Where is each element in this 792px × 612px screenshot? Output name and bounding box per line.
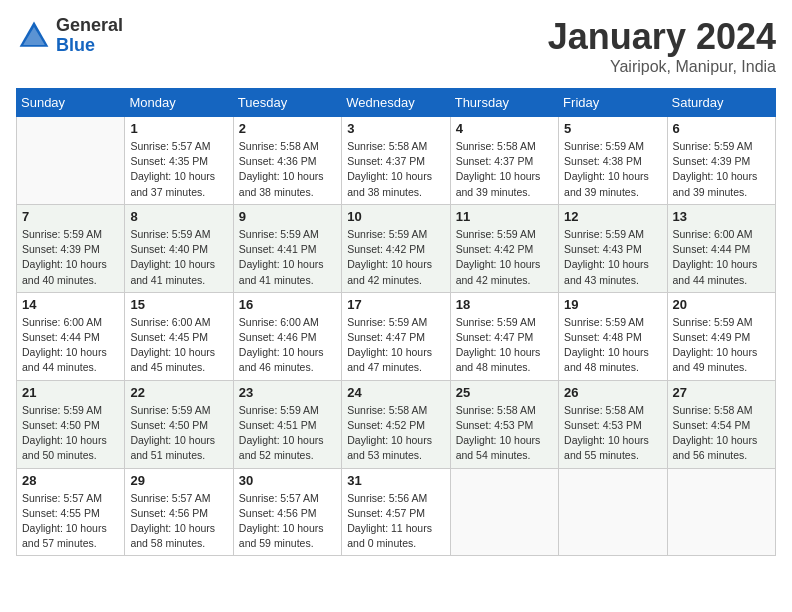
day-number: 1 [130,121,227,136]
calendar-week-row: 1Sunrise: 5:57 AM Sunset: 4:35 PM Daylig… [17,117,776,205]
day-info: Sunrise: 5:59 AM Sunset: 4:49 PM Dayligh… [673,315,770,376]
weekday-header-tuesday: Tuesday [233,89,341,117]
logo-text: General Blue [56,16,123,56]
calendar-cell: 5Sunrise: 5:59 AM Sunset: 4:38 PM Daylig… [559,117,667,205]
day-info: Sunrise: 5:58 AM Sunset: 4:37 PM Dayligh… [456,139,553,200]
day-number: 8 [130,209,227,224]
day-number: 15 [130,297,227,312]
day-number: 2 [239,121,336,136]
calendar-cell: 8Sunrise: 5:59 AM Sunset: 4:40 PM Daylig… [125,204,233,292]
calendar-week-row: 28Sunrise: 5:57 AM Sunset: 4:55 PM Dayli… [17,468,776,556]
day-number: 20 [673,297,770,312]
day-info: Sunrise: 5:59 AM Sunset: 4:39 PM Dayligh… [22,227,119,288]
day-number: 26 [564,385,661,400]
calendar-cell: 28Sunrise: 5:57 AM Sunset: 4:55 PM Dayli… [17,468,125,556]
day-info: Sunrise: 6:00 AM Sunset: 4:44 PM Dayligh… [673,227,770,288]
day-number: 7 [22,209,119,224]
day-info: Sunrise: 5:59 AM Sunset: 4:50 PM Dayligh… [22,403,119,464]
calendar-cell: 11Sunrise: 5:59 AM Sunset: 4:42 PM Dayli… [450,204,558,292]
day-number: 10 [347,209,444,224]
calendar-cell [667,468,775,556]
calendar-cell: 31Sunrise: 5:56 AM Sunset: 4:57 PM Dayli… [342,468,450,556]
calendar-cell: 10Sunrise: 5:59 AM Sunset: 4:42 PM Dayli… [342,204,450,292]
day-info: Sunrise: 5:57 AM Sunset: 4:35 PM Dayligh… [130,139,227,200]
day-number: 5 [564,121,661,136]
day-info: Sunrise: 5:57 AM Sunset: 4:56 PM Dayligh… [239,491,336,552]
day-number: 27 [673,385,770,400]
calendar-cell: 4Sunrise: 5:58 AM Sunset: 4:37 PM Daylig… [450,117,558,205]
calendar-cell: 24Sunrise: 5:58 AM Sunset: 4:52 PM Dayli… [342,380,450,468]
day-number: 16 [239,297,336,312]
day-number: 21 [22,385,119,400]
day-info: Sunrise: 5:57 AM Sunset: 4:55 PM Dayligh… [22,491,119,552]
weekday-header-saturday: Saturday [667,89,775,117]
day-number: 19 [564,297,661,312]
month-title: January 2024 [548,16,776,58]
weekday-header-wednesday: Wednesday [342,89,450,117]
calendar-cell: 26Sunrise: 5:58 AM Sunset: 4:53 PM Dayli… [559,380,667,468]
calendar-cell: 1Sunrise: 5:57 AM Sunset: 4:35 PM Daylig… [125,117,233,205]
day-number: 14 [22,297,119,312]
logo-blue-text: Blue [56,36,123,56]
day-info: Sunrise: 5:58 AM Sunset: 4:54 PM Dayligh… [673,403,770,464]
day-number: 30 [239,473,336,488]
day-info: Sunrise: 5:59 AM Sunset: 4:40 PM Dayligh… [130,227,227,288]
day-info: Sunrise: 5:58 AM Sunset: 4:36 PM Dayligh… [239,139,336,200]
calendar-cell: 27Sunrise: 5:58 AM Sunset: 4:54 PM Dayli… [667,380,775,468]
day-info: Sunrise: 5:59 AM Sunset: 4:47 PM Dayligh… [456,315,553,376]
calendar-cell: 16Sunrise: 6:00 AM Sunset: 4:46 PM Dayli… [233,292,341,380]
weekday-header-sunday: Sunday [17,89,125,117]
calendar-table: SundayMondayTuesdayWednesdayThursdayFrid… [16,88,776,556]
day-info: Sunrise: 5:58 AM Sunset: 4:37 PM Dayligh… [347,139,444,200]
day-number: 18 [456,297,553,312]
day-number: 31 [347,473,444,488]
day-number: 11 [456,209,553,224]
calendar-cell: 30Sunrise: 5:57 AM Sunset: 4:56 PM Dayli… [233,468,341,556]
calendar-cell: 3Sunrise: 5:58 AM Sunset: 4:37 PM Daylig… [342,117,450,205]
weekday-header-friday: Friday [559,89,667,117]
day-info: Sunrise: 5:57 AM Sunset: 4:56 PM Dayligh… [130,491,227,552]
calendar-week-row: 7Sunrise: 5:59 AM Sunset: 4:39 PM Daylig… [17,204,776,292]
calendar-cell: 7Sunrise: 5:59 AM Sunset: 4:39 PM Daylig… [17,204,125,292]
day-info: Sunrise: 5:59 AM Sunset: 4:39 PM Dayligh… [673,139,770,200]
day-info: Sunrise: 6:00 AM Sunset: 4:44 PM Dayligh… [22,315,119,376]
calendar-cell: 23Sunrise: 5:59 AM Sunset: 4:51 PM Dayli… [233,380,341,468]
weekday-header-thursday: Thursday [450,89,558,117]
calendar-cell: 9Sunrise: 5:59 AM Sunset: 4:41 PM Daylig… [233,204,341,292]
day-info: Sunrise: 5:58 AM Sunset: 4:53 PM Dayligh… [456,403,553,464]
day-info: Sunrise: 5:59 AM Sunset: 4:48 PM Dayligh… [564,315,661,376]
day-number: 9 [239,209,336,224]
day-number: 24 [347,385,444,400]
calendar-cell: 2Sunrise: 5:58 AM Sunset: 4:36 PM Daylig… [233,117,341,205]
calendar-cell: 21Sunrise: 5:59 AM Sunset: 4:50 PM Dayli… [17,380,125,468]
day-info: Sunrise: 6:00 AM Sunset: 4:45 PM Dayligh… [130,315,227,376]
weekday-header-row: SundayMondayTuesdayWednesdayThursdayFrid… [17,89,776,117]
day-info: Sunrise: 5:59 AM Sunset: 4:50 PM Dayligh… [130,403,227,464]
day-number: 13 [673,209,770,224]
calendar-cell: 29Sunrise: 5:57 AM Sunset: 4:56 PM Dayli… [125,468,233,556]
day-info: Sunrise: 5:59 AM Sunset: 4:42 PM Dayligh… [347,227,444,288]
calendar-cell: 14Sunrise: 6:00 AM Sunset: 4:44 PM Dayli… [17,292,125,380]
calendar-cell: 6Sunrise: 5:59 AM Sunset: 4:39 PM Daylig… [667,117,775,205]
calendar-cell: 22Sunrise: 5:59 AM Sunset: 4:50 PM Dayli… [125,380,233,468]
calendar-cell: 18Sunrise: 5:59 AM Sunset: 4:47 PM Dayli… [450,292,558,380]
day-info: Sunrise: 5:58 AM Sunset: 4:52 PM Dayligh… [347,403,444,464]
day-info: Sunrise: 5:59 AM Sunset: 4:42 PM Dayligh… [456,227,553,288]
day-number: 4 [456,121,553,136]
day-number: 25 [456,385,553,400]
day-info: Sunrise: 5:58 AM Sunset: 4:53 PM Dayligh… [564,403,661,464]
calendar-cell: 25Sunrise: 5:58 AM Sunset: 4:53 PM Dayli… [450,380,558,468]
calendar-cell: 13Sunrise: 6:00 AM Sunset: 4:44 PM Dayli… [667,204,775,292]
day-number: 3 [347,121,444,136]
title-block: January 2024 Yairipok, Manipur, India [548,16,776,76]
day-number: 22 [130,385,227,400]
logo: General Blue [16,16,123,56]
calendar-cell [559,468,667,556]
calendar-week-row: 21Sunrise: 5:59 AM Sunset: 4:50 PM Dayli… [17,380,776,468]
calendar-cell [17,117,125,205]
weekday-header-monday: Monday [125,89,233,117]
day-number: 29 [130,473,227,488]
day-info: Sunrise: 5:59 AM Sunset: 4:51 PM Dayligh… [239,403,336,464]
logo-general-text: General [56,16,123,36]
day-number: 17 [347,297,444,312]
